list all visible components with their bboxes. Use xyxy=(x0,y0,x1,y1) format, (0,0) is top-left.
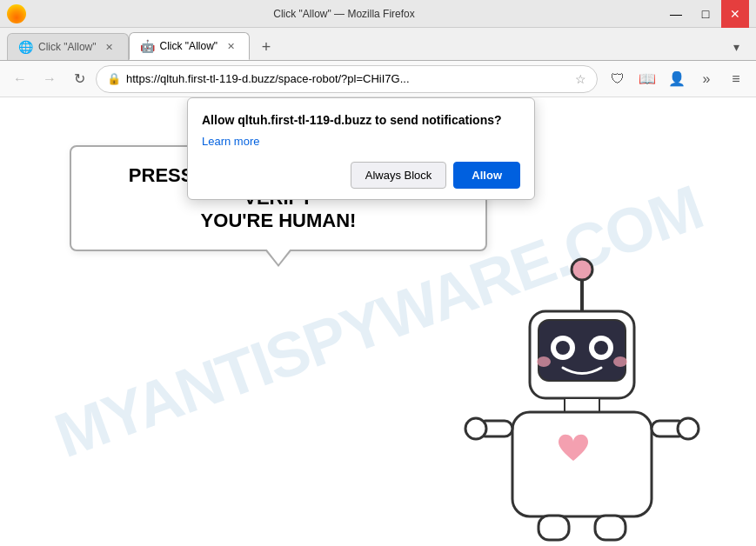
svg-rect-16 xyxy=(539,516,569,540)
notification-buttons: Always Block Allow xyxy=(202,162,520,189)
back-button[interactable]: ← xyxy=(7,66,33,92)
bookmark-star-icon[interactable]: ☆ xyxy=(575,72,586,86)
titlebar-controls: — □ ✕ xyxy=(662,0,749,28)
svg-point-7 xyxy=(594,341,608,355)
tab-2-label: Click "Allow" xyxy=(160,40,218,52)
titlebar: Click "Allow" — Mozilla Firefox — □ ✕ xyxy=(0,0,756,28)
maximize-button[interactable]: □ xyxy=(692,0,719,28)
tab-1-icon: 🌐 xyxy=(18,40,33,54)
tabbar: 🌐 Click "Allow" ✕ 🤖 Click "Allow" ✕ + ▾ xyxy=(0,28,756,61)
close-button[interactable]: ✕ xyxy=(721,0,749,28)
profile-icon[interactable]: 👤 xyxy=(664,66,690,92)
tab-1-close[interactable]: ✕ xyxy=(102,39,117,55)
page-content: MYANTISPYWARE.COM Allow qltuh.first-tl-1… xyxy=(0,97,756,546)
svg-point-8 xyxy=(537,356,551,367)
tab-2[interactable]: 🤖 Click "Allow" ✕ xyxy=(129,32,251,60)
security-lock-icon: 🔒 xyxy=(107,72,121,85)
address-bar[interactable]: 🔒 https://qltuh.first-tl-119-d.buzz/spac… xyxy=(96,65,598,93)
titlebar-title: Click "Allow" — Mozilla Firefox xyxy=(26,8,662,20)
shield-icon[interactable]: 🛡 xyxy=(605,66,631,92)
svg-point-15 xyxy=(678,418,699,439)
url-text: https://qltuh.first-tl-119-d.buzz/space-… xyxy=(126,72,570,85)
firefox-logo-icon xyxy=(7,4,26,23)
new-tab-button[interactable]: + xyxy=(253,34,279,60)
allow-button[interactable]: Allow xyxy=(453,162,520,189)
tab-1[interactable]: 🌐 Click "Allow" ✕ xyxy=(7,33,129,60)
svg-point-6 xyxy=(556,341,570,355)
svg-point-9 xyxy=(613,356,627,367)
toolbar-right-icons: 🛡 📖 👤 » ≡ xyxy=(605,66,749,92)
extensions-icon[interactable]: » xyxy=(693,66,719,92)
always-block-button[interactable]: Always Block xyxy=(351,162,447,189)
menu-button[interactable]: ≡ xyxy=(723,66,749,92)
notification-title: Allow qltuh.first-tl-119-d.buzz to send … xyxy=(202,112,520,128)
reload-button[interactable]: ↻ xyxy=(66,66,92,92)
tab-dropdown-button[interactable]: ▾ xyxy=(723,34,749,60)
press-allow-line2: YOU'RE HUMAN! xyxy=(97,210,459,232)
svg-rect-11 xyxy=(512,412,652,516)
pocket-icon[interactable]: 📖 xyxy=(634,66,660,92)
forward-button[interactable]: → xyxy=(37,66,63,92)
tab-2-icon: 🤖 xyxy=(140,39,155,53)
svg-point-1 xyxy=(572,259,592,280)
svg-point-14 xyxy=(465,418,486,439)
notification-popup: Allow qltuh.first-tl-119-d.buzz to send … xyxy=(187,97,535,200)
titlebar-left xyxy=(7,4,26,23)
tab-2-close[interactable]: ✕ xyxy=(223,38,238,54)
learn-more-link[interactable]: Learn more xyxy=(202,135,520,148)
minimize-button[interactable]: — xyxy=(662,0,690,28)
tab-1-label: Click "Allow" xyxy=(38,41,97,53)
svg-rect-10 xyxy=(565,398,599,412)
robot-illustration xyxy=(460,250,704,546)
robot-svg xyxy=(460,250,704,546)
svg-rect-17 xyxy=(595,516,626,540)
toolbar: ← → ↻ 🔒 https://qltuh.first-tl-119-d.buz… xyxy=(0,61,756,97)
